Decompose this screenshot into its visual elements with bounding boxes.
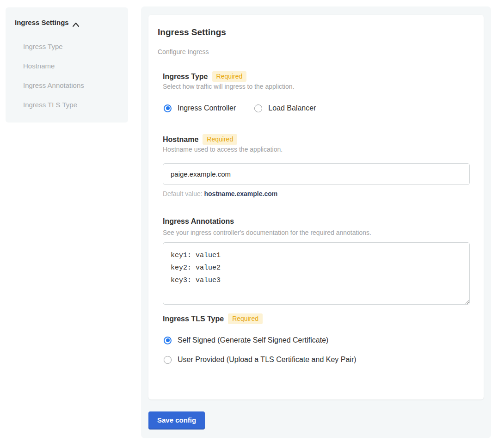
radio-selected-icon [164,337,172,344]
radio-self-signed[interactable]: Self Signed (Generate Self Signed Certif… [164,336,356,344]
radio-unselected-icon [254,104,262,112]
sidebar-group-title: Ingress Settings [15,18,69,26]
ingress-annotations-heading: Ingress Annotations [163,217,234,226]
page-subtitle: Configure Ingress [158,48,209,55]
hostname-heading: Hostname [163,135,198,144]
radio-ingress-controller[interactable]: Ingress Controller [164,104,236,112]
chevron-up-icon [73,20,79,25]
section-heading-ingress-annotations: Ingress Annotations [163,217,234,226]
hostname-default-line: Default value: hostname.example.com [163,190,277,197]
radio-user-provided[interactable]: User Provided (Upload a TLS Certificate … [164,356,356,364]
ingress-annotations-textarea[interactable] [163,242,470,305]
section-heading-ingress-type: Ingress Type Required [163,71,246,82]
radio-load-balancer[interactable]: Load Balancer [254,104,316,112]
save-config-button[interactable]: Save config [148,411,205,429]
section-heading-ingress-tls-type: Ingress TLS Type Required [163,313,263,324]
radio-label: Load Balancer [268,104,316,112]
config-nav-sidebar: Ingress Settings Ingress Type Hostname I… [6,7,128,123]
required-badge: Required [228,313,263,324]
radio-label: Self Signed (Generate Self Signed Certif… [178,336,328,344]
ingress-tls-type-radio-group: Self Signed (Generate Self Signed Certif… [164,336,356,364]
ingress-type-heading: Ingress Type [163,73,208,81]
required-badge: Required [212,71,247,82]
radio-label: Ingress Controller [178,104,236,112]
ingress-settings-card: Ingress Settings Configure Ingress Ingre… [148,15,484,399]
sidebar-item-ingress-annotations[interactable]: Ingress Annotations [23,75,119,95]
ingress-annotations-help: See your ingress controller's documentat… [163,229,371,236]
sidebar-group-ingress-settings[interactable]: Ingress Settings [15,18,119,26]
sidebar-item-hostname[interactable]: Hostname [23,56,119,75]
radio-unselected-icon [164,356,172,364]
sidebar-item-ingress-type[interactable]: Ingress Type [23,37,119,56]
hostname-help: Hostname used to access the application. [163,146,283,153]
radio-label: User Provided (Upload a TLS Certificate … [178,356,356,364]
default-value-label: Default value: [163,190,204,197]
section-heading-hostname: Hostname Required [163,134,237,145]
ingress-type-radio-group: Ingress Controller Load Balancer [164,104,316,112]
hostname-input[interactable] [163,163,470,185]
sidebar-item-list: Ingress Type Hostname Ingress Annotation… [15,37,119,114]
ingress-tls-type-heading: Ingress TLS Type [163,315,224,323]
sidebar-item-ingress-tls-type[interactable]: Ingress TLS Type [23,95,119,114]
page-title: Ingress Settings [158,27,226,37]
ingress-type-help: Select how traffic will ingress to the a… [163,83,295,90]
config-main-panel: Ingress Settings Configure Ingress Ingre… [141,6,491,438]
radio-selected-icon [164,104,172,112]
required-badge: Required [203,134,237,145]
default-value-text: hostname.example.com [204,190,278,197]
